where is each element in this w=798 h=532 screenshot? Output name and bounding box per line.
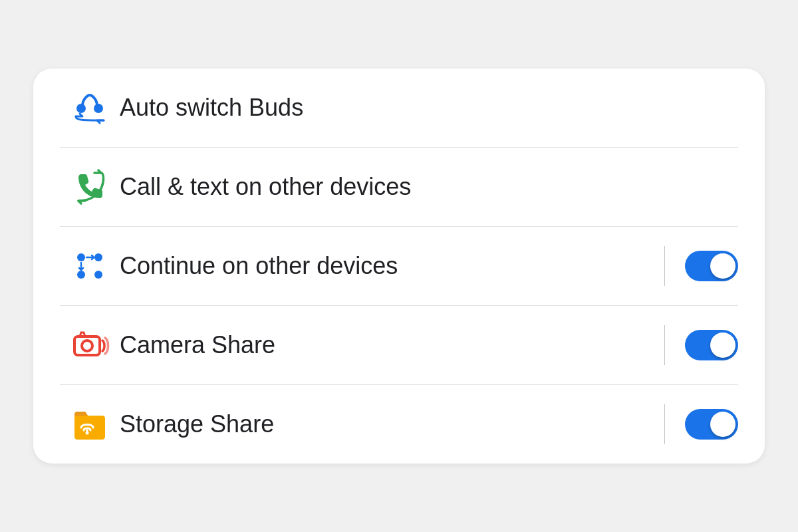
call-text-label: Call & text on other devices [120,173,738,201]
svg-point-8 [86,432,89,435]
svg-point-3 [94,253,102,261]
call-icon-wrap [60,166,120,207]
camera-icon [69,325,110,366]
svg-point-7 [82,340,92,351]
camera-divider [664,325,665,365]
settings-item-auto-switch-buds[interactable]: Auto switch Buds [60,68,738,147]
settings-item-camera[interactable]: Camera Share [60,305,738,384]
storage-label: Storage Share [120,410,644,438]
svg-point-4 [77,271,85,279]
call-icon [69,166,110,207]
continue-icon [69,245,110,287]
svg-point-1 [94,104,103,113]
continue-toggle[interactable] [685,251,738,281]
settings-item-storage[interactable]: Storage Share [60,384,738,464]
camera-label: Camera Share [120,331,644,359]
storage-toggle[interactable] [685,409,738,440]
continue-divider [664,246,665,286]
storage-divider [664,404,665,444]
settings-card: Auto switch Buds Call & text on other de… [33,68,765,464]
continue-icon-wrap [60,245,120,287]
storage-icon-wrap [60,404,120,445]
continue-label: Continue on other devices [120,252,644,280]
settings-item-continue[interactable]: Continue on other devices [60,226,738,305]
svg-point-2 [77,253,85,261]
svg-point-0 [76,104,86,113]
auto-switch-buds-label: Auto switch Buds [120,94,738,122]
settings-item-call-text[interactable]: Call & text on other devices [60,147,738,226]
buds-icon-wrap [60,87,120,128]
camera-toggle[interactable] [685,330,738,360]
storage-icon [69,404,110,445]
buds-icon [69,87,110,128]
camera-icon-wrap [60,325,120,366]
svg-point-5 [94,271,102,279]
